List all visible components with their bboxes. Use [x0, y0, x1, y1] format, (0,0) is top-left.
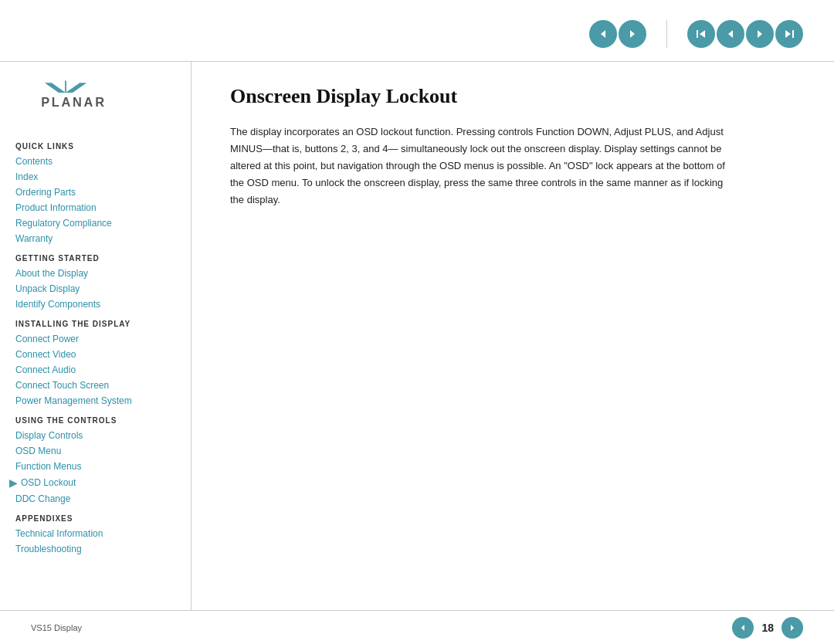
sidebar-item-identify-components[interactable]: Identify Components	[0, 297, 191, 312]
svg-marker-2	[700, 30, 705, 38]
top-prev-button[interactable]	[589, 20, 617, 48]
top-last-button[interactable]	[775, 20, 803, 48]
footer-nav: 18	[732, 617, 803, 639]
sidebar-item-regulatory-compliance[interactable]: Regulatory Compliance	[0, 215, 191, 231]
top-bar	[0, 0, 834, 62]
svg-marker-8	[45, 83, 66, 93]
sidebar-item-display-controls[interactable]: Display Controls	[0, 428, 191, 443]
sidebar-item-connect-touch-screen[interactable]: Connect Touch Screen	[0, 378, 191, 393]
sidebar-item-warranty[interactable]: Warranty	[0, 231, 191, 246]
svg-marker-12	[741, 625, 744, 631]
nav-separator	[666, 20, 667, 48]
nav-quad-buttons	[687, 20, 803, 48]
top-next2-button[interactable]	[746, 20, 774, 48]
svg-marker-4	[728, 30, 733, 38]
sidebar-item-ddc-change[interactable]: DDC Change	[0, 491, 191, 507]
svg-marker-9	[66, 83, 86, 93]
svg-rect-7	[792, 30, 794, 38]
top-nav-buttons	[589, 20, 803, 48]
footer-product-name: VS15 Display	[31, 623, 82, 632]
sidebar-item-function-menus[interactable]: Function Menus	[0, 459, 191, 474]
using-controls-header: Using the Controls	[0, 408, 191, 428]
installing-header: Installing the Display	[0, 312, 191, 331]
sidebar-item-ordering-parts[interactable]: Ordering Parts	[0, 185, 191, 200]
sidebar-item-about-display[interactable]: About the Display	[0, 266, 191, 281]
svg-marker-5	[758, 30, 762, 38]
page-title: Onscreen Display Lockout	[230, 85, 795, 108]
page-body: The display incorporates an OSD lockout …	[230, 124, 732, 208]
svg-marker-0	[601, 30, 605, 38]
sidebar-item-connect-video[interactable]: Connect Video	[0, 347, 191, 362]
prev-next-pair	[589, 20, 646, 48]
sidebar-item-osd-lockout[interactable]: ▶ OSD Lockout	[0, 474, 191, 491]
svg-text:PLANAR: PLANAR	[41, 95, 107, 109]
footer-next-button[interactable]	[781, 617, 803, 639]
footer-page-number: 18	[761, 622, 774, 634]
sidebar-item-troubleshooting[interactable]: Troubleshooting	[0, 541, 191, 557]
sidebar-item-connect-power[interactable]: Connect Power	[0, 331, 191, 347]
sidebar-item-unpack-display[interactable]: Unpack Display	[0, 281, 191, 297]
sidebar-item-technical-information[interactable]: Technical Information	[0, 526, 191, 541]
appendixes-header: Appendixes	[0, 507, 191, 526]
getting-started-header: Getting Started	[0, 246, 191, 266]
sidebar-item-osd-menu[interactable]: OSD Menu	[0, 443, 191, 459]
active-arrow-icon: ▶	[9, 476, 18, 489]
sidebar-item-product-information[interactable]: Product Information	[0, 200, 191, 215]
sidebar-item-contents[interactable]: Contents	[0, 154, 191, 169]
sidebar-item-connect-audio[interactable]: Connect Audio	[0, 362, 191, 378]
content-area: Onscreen Display Lockout The display inc…	[192, 62, 834, 610]
quick-links-header: Quick Links	[0, 134, 191, 154]
sidebar: PLANAR Quick Links Contents Index Orderi…	[0, 62, 192, 610]
footer-prev-button[interactable]	[732, 617, 754, 639]
main-area: PLANAR Quick Links Contents Index Orderi…	[0, 62, 834, 610]
top-first-button[interactable]	[687, 20, 715, 48]
planar-logo: PLANAR	[15, 77, 116, 116]
logo-area: PLANAR	[0, 77, 191, 134]
top-prev2-button[interactable]	[717, 20, 744, 48]
sidebar-item-index[interactable]: Index	[0, 169, 191, 185]
svg-marker-1	[630, 30, 635, 38]
svg-marker-6	[785, 30, 791, 38]
svg-rect-3	[697, 30, 698, 38]
svg-marker-13	[791, 625, 794, 631]
footer: VS15 Display 18	[0, 610, 834, 644]
sidebar-item-power-management[interactable]: Power Management System	[0, 393, 191, 408]
top-next-button[interactable]	[619, 20, 646, 48]
